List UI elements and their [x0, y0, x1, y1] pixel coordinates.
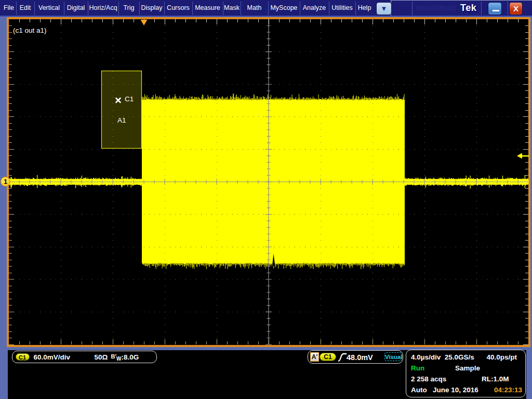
svg-text:A1: A1 — [117, 116, 126, 124]
svg-text:C1: C1 — [125, 95, 134, 103]
